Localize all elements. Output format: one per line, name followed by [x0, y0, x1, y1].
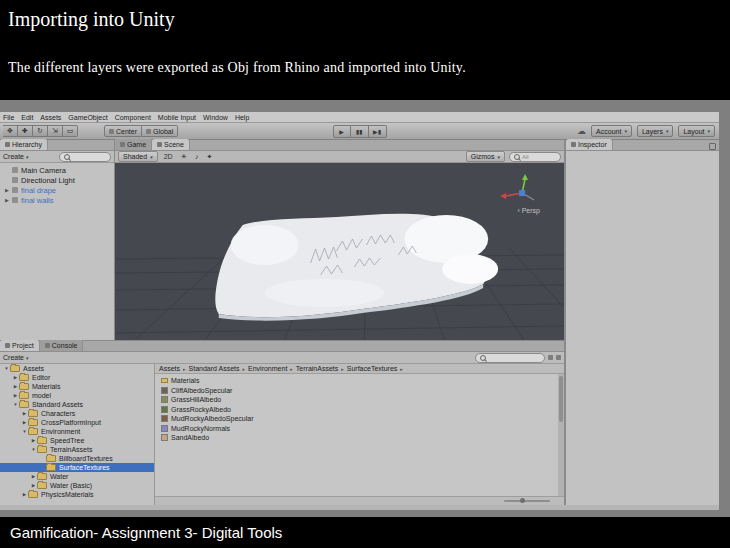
file-item[interactable]: GrassHillAlbedo [161, 395, 564, 405]
draw-mode-dropdown[interactable]: Shaded▾ [118, 151, 158, 162]
layout-dropdown[interactable]: Layout▾ [678, 125, 715, 137]
file-item[interactable]: CliffAlbedoSpecular [161, 386, 564, 396]
tree-item[interactable]: ▶ model [0, 391, 154, 400]
menu-item[interactable]: File [3, 114, 14, 121]
tree-item[interactable]: ▶ PhysicsMaterials [0, 490, 154, 499]
foldout-arrow-icon[interactable]: ▶ [12, 384, 19, 389]
tool-button[interactable]: ✥ [3, 125, 18, 137]
tree-item[interactable]: ▼ Assets [0, 364, 154, 373]
search-by-type-icon[interactable] [548, 355, 553, 360]
tree-item[interactable]: ▶ SpeedTree [0, 436, 154, 445]
project-create-button[interactable]: Create▾ [3, 354, 29, 361]
tree-item[interactable]: ▼ TerrainAssets [0, 445, 154, 454]
tool-button[interactable]: ▭ [63, 125, 78, 137]
tree-item[interactable]: ▶ Water (Basic) [0, 481, 154, 490]
foldout-arrow-icon[interactable]: ▶ [30, 474, 37, 479]
foldout-arrow-icon[interactable]: ▼ [21, 429, 28, 434]
scene-search-input[interactable]: All [509, 152, 561, 162]
menu-item[interactable]: Assets [40, 114, 61, 121]
breadcrumb-item[interactable]: Standard Assets ▸ [189, 365, 249, 372]
foldout-arrow-icon[interactable]: ▶ [21, 420, 28, 425]
tree-item[interactable]: ▶ Editor [0, 373, 154, 382]
file-item[interactable]: MudRockyNormals [161, 424, 564, 434]
2d-toggle[interactable]: 2D [162, 153, 175, 160]
foldout-arrow-icon[interactable]: ▼ [12, 402, 19, 407]
foldout-arrow-icon[interactable]: ▼ [3, 366, 10, 371]
foldout-arrow-icon[interactable]: ▶ [12, 375, 19, 380]
scene-viewport[interactable]: ‹ Persp [115, 163, 564, 340]
tab-game[interactable]: Game [115, 139, 152, 150]
breadcrumb-item[interactable]: SurfaceTextures ▸ [347, 365, 406, 372]
lighting-toggle-icon[interactable]: ☀ [179, 153, 189, 161]
gizmos-dropdown[interactable]: Gizmos▾ [466, 151, 505, 162]
hierarchy-item[interactable]: Directional Light [0, 175, 114, 185]
project-controls: Create▾ [0, 352, 564, 364]
pause-button[interactable]: ▮▮ [351, 125, 369, 138]
foldout-arrow-icon[interactable]: ▶ [21, 492, 28, 497]
tab-project[interactable]: Project [0, 340, 40, 351]
menu-item[interactable]: Component [115, 114, 151, 121]
menu-item[interactable]: Edit [21, 114, 33, 121]
breadcrumb-item[interactable]: TerrainAssets ▸ [296, 365, 347, 372]
account-dropdown[interactable]: Account▾ [591, 125, 632, 137]
file-item[interactable]: SandAlbedo [161, 433, 564, 443]
scrollbar-thumb[interactable] [559, 376, 563, 422]
tree-item[interactable]: ▶ Water [0, 472, 154, 481]
file-item[interactable]: Materials [161, 376, 564, 386]
tab-scene[interactable]: Scene [152, 139, 190, 150]
hierarchy-create-button[interactable]: Create▾ [3, 153, 29, 160]
breadcrumb-item[interactable]: Assets ▸ [159, 365, 189, 372]
foldout-arrow-icon[interactable]: ▶ [30, 438, 37, 443]
file-item[interactable]: GrassRockyAlbedo [161, 405, 564, 415]
foldout-arrow-icon[interactable]: ▼ [30, 447, 37, 452]
hierarchy-search-input[interactable] [59, 152, 111, 162]
play-button[interactable]: ▶ [333, 125, 351, 138]
breadcrumb-item[interactable]: Environment ▸ [248, 365, 296, 372]
tab-inspector[interactable]: Inspector [566, 139, 613, 150]
foldout-arrow-icon[interactable]: ▶ [21, 411, 28, 416]
menu-item[interactable]: Help [235, 114, 249, 121]
persp-indicator[interactable]: ‹ Persp [517, 207, 540, 214]
hierarchy-item[interactable]: ▶ final drape [0, 185, 114, 195]
menu-item[interactable]: GameObject [68, 114, 107, 121]
project-folder-tree: ▼ Assets ▶ Editor ▶ [0, 364, 155, 505]
menu-item[interactable]: Mobile Input [158, 114, 196, 121]
icon-size-slider[interactable] [504, 500, 550, 502]
pivot-button[interactable]: Center [104, 125, 142, 137]
tree-item[interactable]: ▼ Standard Assets [0, 400, 154, 409]
tree-item[interactable]: BillboardTextures [0, 454, 154, 463]
project-search-input[interactable] [475, 353, 545, 363]
tab-console[interactable]: Console [40, 340, 84, 351]
foldout-arrow-icon[interactable]: ▶ [5, 197, 12, 203]
layers-dropdown[interactable]: Layers▾ [637, 125, 674, 137]
folder-icon [28, 428, 38, 435]
space-button[interactable]: Global [142, 125, 178, 137]
foldout-arrow-icon[interactable]: ▶ [12, 393, 19, 398]
tree-item[interactable]: ▼ Environment [0, 427, 154, 436]
effects-toggle-icon[interactable]: ✦ [204, 153, 214, 161]
slider-thumb[interactable] [520, 498, 525, 503]
search-by-label-icon[interactable] [556, 355, 561, 360]
vertical-scrollbar[interactable] [558, 374, 564, 496]
lock-icon[interactable] [709, 143, 716, 150]
cloud-icon[interactable]: ☁ [577, 126, 586, 136]
tree-item[interactable]: ▶ Materials [0, 382, 154, 391]
tree-item[interactable]: SurfaceTextures [0, 463, 154, 472]
foldout-arrow-icon[interactable]: ▶ [5, 187, 12, 193]
foldout-arrow-icon[interactable]: ▶ [30, 483, 37, 488]
hierarchy-item[interactable]: ▶ final walls [0, 195, 114, 205]
tree-item[interactable]: ▶ Characters [0, 409, 154, 418]
audio-toggle-icon[interactable]: ♪ [193, 153, 201, 160]
menu-item[interactable]: Window [203, 114, 228, 121]
tool-button[interactable]: ⇲ [48, 125, 63, 137]
tree-item-label: Standard Assets [32, 401, 83, 408]
tool-button[interactable]: ↻ [33, 125, 48, 137]
tree-item[interactable]: ▶ CrossPlatformInput [0, 418, 154, 427]
search-icon [64, 154, 70, 160]
step-button[interactable]: ▶▮ [369, 125, 387, 138]
hierarchy-item[interactable]: Main Camera [0, 165, 114, 175]
file-item[interactable]: MudRockyAlbedoSpecular [161, 414, 564, 424]
tool-button[interactable]: ✚ [18, 125, 33, 137]
tab-hierarchy[interactable]: Hierarchy [0, 139, 48, 150]
hierarchy-item-label: final walls [21, 196, 54, 205]
